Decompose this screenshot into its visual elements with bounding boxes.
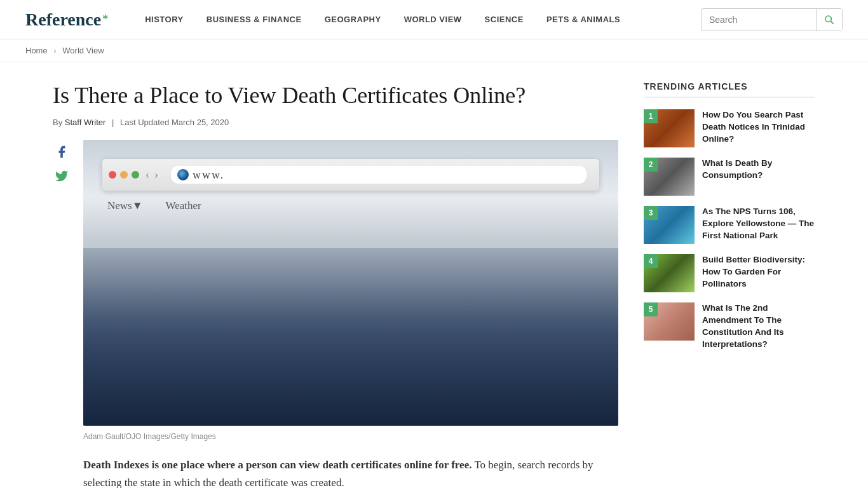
logo-star: * (102, 13, 108, 26)
site-logo[interactable]: Reference* (25, 10, 108, 30)
trending-num-5: 5 (644, 302, 658, 316)
trending-thumb-wrap-4: 4 (644, 254, 695, 292)
trending-num-2: 2 (644, 158, 658, 172)
article-meta: By Staff Writer | Last Updated March 25,… (53, 118, 618, 127)
nav-item-history[interactable]: HISTORY (133, 15, 195, 24)
trending-num-4: 4 (644, 254, 658, 268)
trending-num-3: 3 (644, 206, 658, 220)
facebook-share-button[interactable] (53, 143, 71, 161)
twitter-share-button[interactable] (53, 167, 71, 185)
trending-thumb-wrap-1: 1 (644, 109, 695, 147)
svg-line-1 (831, 21, 833, 24)
trending-item-2[interactable]: 2 What Is Death By Consumption? (644, 158, 815, 196)
search-icon (824, 15, 834, 25)
image-caption: Adam Gault/OJO Images/Getty Images (83, 432, 618, 441)
last-updated: Last Updated March 25, 2020 (120, 118, 229, 127)
sidebar: TRENDING ARTICLES 1 How Do You Search Pa… (644, 81, 815, 488)
trending-item-4[interactable]: 4 Build Better Biodiversity: How To Gard… (644, 254, 815, 292)
search-input[interactable] (702, 15, 816, 25)
logo-text: Reference (25, 10, 101, 30)
nav-item-science[interactable]: SCIENCE (473, 15, 535, 24)
trending-num-1: 1 (644, 109, 658, 123)
twitter-icon (55, 169, 69, 183)
trending-title-3: As The NPS Turns 106, Explore Yellowston… (702, 206, 815, 242)
meta-by: By (53, 118, 62, 127)
article-body: Death Indexes is one place where a perso… (83, 456, 618, 488)
trending-title-4: Build Better Biodiversity: How To Garden… (702, 254, 815, 290)
trending-title-1: How Do You Search Past Death Notices In … (702, 109, 815, 146)
article: Is There a Place to View Death Certifica… (53, 81, 618, 488)
breadcrumb: Home › World View (0, 39, 868, 62)
trending-item-1[interactable]: 1 How Do You Search Past Death Notices I… (644, 109, 815, 147)
trending-thumb-wrap-3: 3 (644, 206, 695, 244)
article-title: Is There a Place to View Death Certifica… (53, 81, 618, 110)
globe-icon (177, 169, 189, 180)
article-image-wrap: ‹ › www. News▼ Weather (83, 140, 618, 426)
trending-thumb-wrap-5: 5 (644, 302, 695, 341)
browser-tab-news: News▼ (102, 197, 148, 215)
url-text: www. (193, 168, 224, 182)
meta-sep: | (112, 118, 114, 127)
site-header: Reference* HISTORY BUSINESS & FINANCE GE… (0, 0, 868, 39)
trending-thumb-wrap-2: 2 (644, 158, 695, 196)
search-box (701, 8, 843, 31)
trending-title: TRENDING ARTICLES (644, 81, 815, 98)
trending-item-5[interactable]: 5 What Is The 2nd Amendment To The Const… (644, 302, 815, 351)
nav-item-business[interactable]: BUSINESS & FINANCE (195, 15, 313, 24)
nav-item-pets[interactable]: PETS & ANIMALS (535, 15, 632, 24)
author-name[interactable]: Staff Writer (65, 118, 106, 127)
nav-item-geography[interactable]: GEOGRAPHY (313, 15, 393, 24)
trending-title-5: What Is The 2nd Amendment To The Constit… (702, 302, 815, 351)
main-nav: HISTORY BUSINESS & FINANCE GEOGRAPHY WOR… (133, 15, 701, 24)
search-button[interactable] (816, 9, 842, 30)
svg-point-0 (825, 16, 831, 22)
article-image: ‹ › www. News▼ Weather (83, 140, 618, 426)
browser-tab-weather: Weather (161, 197, 207, 215)
facebook-icon (55, 145, 69, 159)
breadcrumb-separator: › (53, 46, 56, 55)
article-lead-bold: Death Indexes is one place where a perso… (83, 459, 471, 471)
trending-item-3[interactable]: 3 As The NPS Turns 106, Explore Yellowst… (644, 206, 815, 244)
image-overlay (83, 248, 618, 426)
main-content: Is There a Place to View Death Certifica… (27, 62, 841, 488)
breadcrumb-section: World View (62, 46, 104, 55)
breadcrumb-home[interactable]: Home (25, 46, 48, 55)
social-share (53, 143, 71, 185)
browser-bar: ‹ › www. (102, 159, 599, 191)
browser-tabs: News▼ Weather (102, 197, 599, 215)
trending-title-2: What Is Death By Consumption? (702, 158, 815, 182)
nav-item-worldview[interactable]: WORLD VIEW (393, 15, 473, 24)
url-bar: www. (171, 166, 587, 184)
